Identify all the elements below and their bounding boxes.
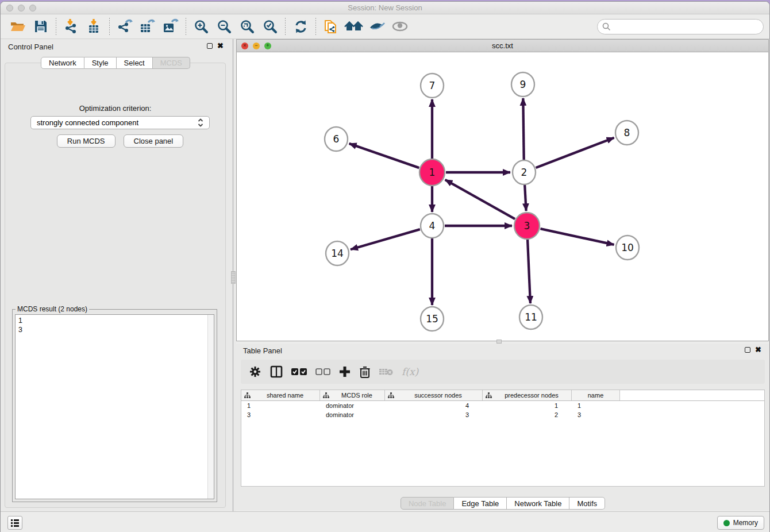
float-panel-icon[interactable] — [207, 43, 213, 49]
export-table-button[interactable] — [136, 17, 159, 36]
svg-text:7: 7 — [429, 80, 436, 91]
close-table-panel-icon[interactable]: ✖ — [755, 347, 761, 353]
graph-node-9[interactable]: 9 — [511, 72, 534, 97]
network-close-button[interactable]: × — [241, 43, 248, 49]
vertical-splitter[interactable] — [230, 39, 236, 511]
export-image-button[interactable] — [159, 17, 182, 36]
graph-edge-2-8[interactable] — [536, 138, 614, 168]
show-graphics-details-button[interactable] — [388, 17, 411, 36]
style-eye-icon — [368, 20, 386, 33]
graph-node-8[interactable]: 8 — [615, 121, 638, 145]
tab-network[interactable]: Network — [41, 57, 84, 69]
toolbar-separator — [56, 18, 56, 35]
tab-edge-table[interactable]: Edge Table — [454, 497, 507, 510]
run-mcds-button[interactable]: Run MCDS — [57, 134, 116, 148]
show-hide-styles-button[interactable] — [365, 17, 388, 36]
task-history-button[interactable] — [7, 516, 22, 530]
minimize-window-button[interactable] — [18, 5, 25, 11]
tab-network-table[interactable]: Network Table — [507, 497, 569, 510]
table-cell[interactable]: 4 — [385, 402, 483, 409]
table-cell[interactable]: dominator — [320, 411, 385, 418]
table-cell[interactable]: 3 — [241, 411, 320, 418]
column-header-name[interactable]: name — [572, 390, 620, 400]
close-panel-icon[interactable]: ✖ — [217, 43, 224, 49]
graph-edge-3-10[interactable] — [540, 229, 614, 245]
show-columns-button[interactable] — [270, 363, 283, 380]
column-header-shared-name[interactable]: shared name — [241, 390, 320, 400]
graph-node-1[interactable]: 1 — [419, 159, 445, 186]
tab-node-table[interactable]: Node Table — [401, 497, 455, 510]
function-builder-button[interactable]: f(x) — [402, 363, 418, 380]
select-all-checkboxes-button[interactable] — [291, 363, 307, 380]
graph-edge-1-6[interactable] — [349, 144, 419, 168]
column-header-predecessor-nodes[interactable]: predecessor nodes — [483, 390, 572, 400]
delete-table-button[interactable] — [379, 363, 394, 380]
column-header-successor-nodes[interactable]: successor nodes — [385, 390, 483, 400]
table-cell[interactable]: 3 — [572, 411, 620, 418]
table-row[interactable]: 3dominator323 — [241, 410, 764, 419]
search-input[interactable] — [597, 19, 764, 34]
zoom-fit-button[interactable] — [236, 17, 259, 36]
zoom-window-button[interactable] — [29, 5, 36, 11]
optimization-criterion-select[interactable]: strongly connected component — [30, 116, 210, 129]
table-cell[interactable]: 1 — [483, 402, 572, 409]
graph-node-7[interactable]: 7 — [421, 74, 444, 98]
graph-node-6[interactable]: 6 — [325, 127, 348, 151]
duplicate-network-button[interactable] — [319, 17, 342, 36]
toolbar-separator — [285, 18, 286, 35]
tab-mcds[interactable]: MCDS — [153, 57, 190, 69]
mcds-result-text[interactable]: 1 3 — [15, 314, 214, 499]
close-window-button[interactable] — [6, 5, 13, 11]
home-pages-button[interactable] — [342, 17, 365, 36]
splitter-grip[interactable] — [231, 271, 236, 284]
apply-layout-button[interactable] — [289, 17, 312, 36]
table-row[interactable]: 1dominator411 — [241, 401, 764, 410]
result-scrollbar[interactable] — [207, 315, 214, 499]
network-maximize-button[interactable]: + — [264, 43, 271, 49]
open-session-button[interactable] — [6, 17, 29, 36]
plus-icon — [338, 365, 351, 378]
graph-edge-4-14[interactable] — [351, 229, 420, 249]
zoom-in-button[interactable] — [190, 17, 213, 36]
import-network-button[interactable] — [60, 17, 83, 36]
graph-edge-2-9[interactable] — [523, 98, 523, 160]
graph-node-11[interactable]: 11 — [519, 305, 542, 329]
column-header-MCDS-role[interactable]: MCDS role — [320, 390, 385, 400]
add-column-button[interactable] — [338, 363, 351, 380]
graph-node-2[interactable]: 2 — [513, 160, 536, 184]
close-panel-button[interactable]: Close panel — [124, 134, 184, 148]
graph-edge-3-11[interactable] — [528, 240, 530, 303]
tab-select[interactable]: Select — [117, 57, 153, 69]
table-options-button[interactable] — [249, 363, 261, 380]
graph-node-15[interactable]: 15 — [421, 307, 444, 331]
tab-style[interactable]: Style — [84, 57, 117, 69]
network-canvas[interactable]: 7968124314101511 — [237, 52, 768, 341]
float-table-panel-icon[interactable] — [745, 347, 750, 353]
network-minimize-button[interactable]: − — [253, 43, 260, 49]
graph-node-4[interactable]: 4 — [421, 214, 444, 238]
export-image-icon — [162, 18, 179, 34]
graph-edge-2-3[interactable] — [525, 185, 526, 211]
graph-node-14[interactable]: 14 — [326, 241, 349, 265]
zoom-out-button[interactable] — [213, 17, 236, 36]
zoom-selected-button[interactable] — [259, 17, 282, 36]
table-cell[interactable]: dominator — [320, 402, 385, 409]
table-cell[interactable]: 1 — [572, 402, 620, 409]
delete-columns-button[interactable] — [359, 363, 371, 380]
import-table-button[interactable] — [83, 17, 106, 36]
graph-edge-3-1[interactable] — [445, 180, 515, 219]
table-cell[interactable]: 1 — [241, 402, 320, 409]
memory-button[interactable]: Memory — [717, 516, 764, 530]
graph-node-3[interactable]: 3 — [514, 213, 540, 239]
tab-motifs[interactable]: Motifs — [569, 497, 605, 510]
deselect-all-checkboxes-button[interactable] — [315, 363, 330, 380]
table-cell[interactable]: 2 — [483, 411, 572, 418]
horizontal-splitter-grip[interactable] — [496, 340, 502, 344]
save-session-button[interactable] — [29, 17, 52, 36]
export-network-button[interactable] — [113, 17, 136, 36]
network-graph[interactable]: 7968124314101511 — [237, 52, 769, 341]
app-window: Session: New Session — [1, 2, 769, 532]
table-cell[interactable]: 3 — [385, 411, 483, 418]
graph-node-10[interactable]: 10 — [616, 236, 639, 260]
toolbar-separator — [315, 18, 316, 35]
